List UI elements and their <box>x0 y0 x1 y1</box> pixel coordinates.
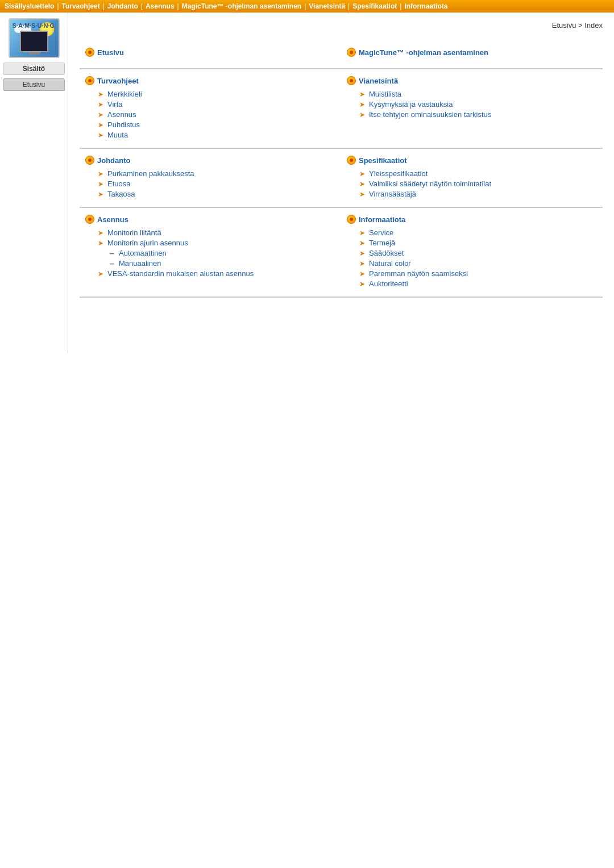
link-takaosa[interactable]: Takaosa <box>107 190 135 198</box>
section-vianetsinta: Vianetsintä ➤ Muistilista ➤ Kysymyksiä j… <box>341 69 603 148</box>
sub-item-monitorin-liitanta: ➤ Monitorin liitäntä <box>97 228 335 237</box>
sub-item-puhdistus: ➤ Puhdistus <box>97 120 335 129</box>
arrow-icon-virta: ➤ <box>97 101 105 108</box>
link-termeja[interactable]: Termejä <box>369 239 395 247</box>
nav-separator-7: | <box>400 2 401 10</box>
link-virta[interactable]: Virta <box>107 100 123 108</box>
section-informaatiota: Informaatiota ➤ Service ➤ Termejä ➤ Sääd… <box>341 208 603 297</box>
circle-icon-turvaohjeet <box>85 76 94 85</box>
top-nav[interactable]: Sisällysluettelo | Turvaohjeet | Johdant… <box>0 0 614 12</box>
nav-item-informaatiota[interactable]: Informaatiota <box>404 2 447 10</box>
nav-separator-6: | <box>348 2 350 10</box>
arrow-icon-monitorin-ajurin: ➤ <box>97 239 105 247</box>
link-monitorin-ajurin[interactable]: Monitorin ajurin asennus <box>107 239 188 247</box>
arrow-icon-virransaastaja: ➤ <box>358 190 366 198</box>
arrow-icon-vesa: ➤ <box>97 270 105 278</box>
link-asennus[interactable]: Asennus <box>97 215 128 224</box>
section-title-magictune: MagicTune™ -ohjelman asentaminen <box>347 48 597 57</box>
circle-icon-spesifikaatiot <box>347 156 356 165</box>
section-title-asennus: Asennus <box>85 215 335 224</box>
link-yleisspesifikaatiot[interactable]: Yleisspesifikaatiot <box>369 169 428 178</box>
sub-item-virta: ➤ Virta <box>97 100 335 108</box>
section-title-turvaohjeet: Turvaohjeet <box>85 76 335 85</box>
nav-item-vianetsinta[interactable]: Vianetsintä <box>309 2 345 10</box>
section-title-vianetsinta: Vianetsintä <box>347 76 597 85</box>
sub-item-auktoriteetti: ➤ Auktoriteetti <box>358 279 597 288</box>
sub-item-natural-color: ➤ Natural color <box>358 259 597 268</box>
sub-item-asennus-t: ➤ Asennus <box>97 110 335 119</box>
circle-icon-johdanto <box>85 156 94 165</box>
link-vesa[interactable]: VESA-standardin mukaisen alustan asennus <box>107 269 254 278</box>
link-service[interactable]: Service <box>369 228 393 237</box>
dash-icon-manuaalinen: – <box>108 260 116 268</box>
link-vianetsinta[interactable]: Vianetsintä <box>359 77 398 85</box>
sub-item-paremman: ➤ Paremman näytön saamiseksi <box>358 269 597 278</box>
nav-item-asennus[interactable]: Asennus <box>146 2 175 10</box>
sub-item-valmiiksi: ➤ Valmiiksi säädetyt näytön toimintatila… <box>358 180 597 188</box>
arrow-icon-merkkikieli: ➤ <box>97 90 105 98</box>
link-turvaohjeet[interactable]: Turvaohjeet <box>97 77 139 85</box>
link-kysymyksia[interactable]: Kysymyksiä ja vastauksia <box>369 100 453 108</box>
nav-item-spesifikaatiot[interactable]: Spesifikaatiot <box>352 2 397 10</box>
link-magictune[interactable]: MagicTune™ -ohjelman asentaminen <box>359 48 488 57</box>
link-paremman[interactable]: Paremman näytön saamiseksi <box>369 269 468 278</box>
nav-separator-3: | <box>141 2 143 10</box>
sub-item-vesa: ➤ VESA-standardin mukaisen alustan asenn… <box>97 269 335 278</box>
link-spesifikaatiot[interactable]: Spesifikaatiot <box>359 156 407 165</box>
etusivu-button[interactable]: Etusivu <box>3 78 65 91</box>
link-johdanto[interactable]: Johdanto <box>97 156 131 165</box>
link-muuta[interactable]: Muuta <box>107 131 128 139</box>
arrow-icon-puhdistus: ➤ <box>97 121 105 129</box>
link-informaatiota[interactable]: Informaatiota <box>359 215 405 224</box>
section-magictune: MagicTune™ -ohjelman asentaminen <box>341 41 603 69</box>
link-saadokset[interactable]: Säädökset <box>369 249 404 257</box>
sub-item-purkaminen: ➤ Purkaminen pakkauksesta <box>97 169 335 178</box>
link-virransaastaja[interactable]: Virransäästäjä <box>369 190 416 198</box>
link-muistilista[interactable]: Muistilista <box>369 90 401 98</box>
link-valmiiksi[interactable]: Valmiiksi säädetyt näytön toimintatilat <box>369 180 491 188</box>
link-automaattinen[interactable]: Automaattinen <box>119 249 167 257</box>
nav-item-turvaohjeet[interactable]: Turvaohjeet <box>62 2 100 10</box>
sub-item-takaosa: ➤ Takaosa <box>97 190 335 198</box>
content-grid: Etusivu MagicTune™ -ohjelman asentaminen… <box>80 41 603 298</box>
section-title-etusivu: Etusivu <box>85 48 335 57</box>
arrow-icon-kysymyksia: ➤ <box>358 101 366 108</box>
section-etusivu: Etusivu <box>80 41 341 69</box>
link-puhdistus[interactable]: Puhdistus <box>107 120 140 129</box>
nav-separator-5: | <box>304 2 306 10</box>
sub-item-saadokset: ➤ Säädökset <box>358 249 597 257</box>
circle-icon-etusivu <box>85 48 94 57</box>
link-auktoriteetti[interactable]: Auktoriteetti <box>369 279 408 288</box>
nav-item-magictune[interactable]: MagicTune™ -ohjelman asentaminen <box>182 2 301 10</box>
sub-item-yleisspesifikaatiot: ➤ Yleisspesifikaatiot <box>358 169 597 178</box>
link-etuosa[interactable]: Etuosa <box>107 180 130 188</box>
arrow-icon-muuta: ➤ <box>97 131 105 139</box>
sub-item-merkkikieli: ➤ Merkkikieli <box>97 90 335 98</box>
arrow-icon-muistilista: ➤ <box>358 90 366 98</box>
link-asennus-t[interactable]: Asennus <box>107 110 136 119</box>
link-manuaalinen[interactable]: Manuaalinen <box>119 259 161 268</box>
arrow-icon-etuosa: ➤ <box>97 180 105 188</box>
nav-item-sisallysluettelo[interactable]: Sisällysluettelo <box>5 2 54 10</box>
circle-icon-asennus <box>85 215 94 224</box>
link-merkkikieli[interactable]: Merkkikieli <box>107 90 142 98</box>
link-natural-color[interactable]: Natural color <box>369 259 411 268</box>
section-asennus: Asennus ➤ Monitorin liitäntä ➤ Monitorin… <box>80 208 341 297</box>
sub-item-termeja: ➤ Termejä <box>358 239 597 247</box>
link-purkaminen[interactable]: Purkaminen pakkauksesta <box>107 169 194 178</box>
sub-item-kysymyksia: ➤ Kysymyksiä ja vastauksia <box>358 100 597 108</box>
link-itse-tehtyjen[interactable]: Itse tehtyjen ominaisuuksien tarkistus <box>369 110 491 119</box>
sidebar-logo-text: S·A·M·S·U·N·G <box>13 22 55 29</box>
dash-icon-automaattinen: – <box>108 249 116 257</box>
arrow-icon-auktoriteetti: ➤ <box>358 280 366 288</box>
link-monitorin-liitanta[interactable]: Monitorin liitäntä <box>107 228 161 237</box>
arrow-icon-purkaminen: ➤ <box>97 170 105 178</box>
link-etusivu[interactable]: Etusivu <box>97 48 124 57</box>
section-title-spesifikaatiot: Spesifikaatiot <box>347 156 597 165</box>
sub-item-automaattinen: – Automaattinen <box>108 249 335 257</box>
arrow-icon-yleisspesifikaatiot: ➤ <box>358 170 366 178</box>
nav-item-johdanto[interactable]: Johdanto <box>107 2 138 10</box>
arrow-icon-service: ➤ <box>358 229 366 237</box>
arrow-icon-termeja: ➤ <box>358 239 366 247</box>
sub-item-virransaastaja: ➤ Virransäästäjä <box>358 190 597 198</box>
